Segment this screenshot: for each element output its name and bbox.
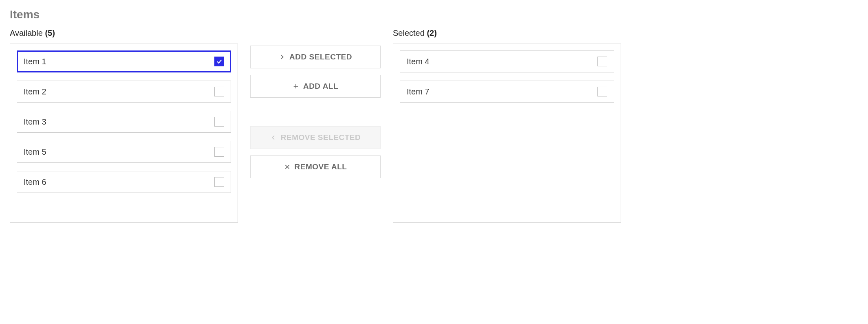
selected-label: Selected (2) [393, 28, 621, 38]
available-label: Available (5) [10, 28, 238, 38]
list-item[interactable]: Item 5 [17, 141, 231, 163]
checkbox[interactable] [214, 87, 224, 96]
checkbox[interactable] [214, 117, 224, 127]
list-item[interactable]: Item 2 [17, 81, 231, 103]
list-item-label: Item 6 [24, 177, 46, 187]
checkbox[interactable] [597, 57, 607, 66]
selected-label-text: Selected [393, 28, 425, 37]
list-item-label: Item 5 [24, 147, 46, 157]
list-item[interactable]: Item 4 [400, 50, 614, 72]
remove-all-label: Remove All [295, 162, 347, 171]
available-panel: Item 1Item 2Item 3Item 5Item 6 [10, 44, 238, 223]
checkbox[interactable] [214, 177, 224, 187]
add-all-label: Add All [303, 82, 338, 91]
dual-list-container: Available (5) Item 1Item 2Item 3Item 5It… [10, 28, 858, 223]
chevron-right-icon [279, 54, 285, 60]
checkbox[interactable] [214, 147, 224, 157]
remove-all-button[interactable]: Remove All [250, 155, 381, 178]
section-title: Items [10, 8, 858, 21]
list-item[interactable]: Item 1 [17, 50, 231, 72]
selected-count: (2) [427, 28, 436, 37]
selected-panel-wrapper: Selected (2) Item 4Item 7 [393, 28, 621, 223]
add-action-group: Add Selected Add All [250, 46, 381, 98]
add-selected-button[interactable]: Add Selected [250, 46, 381, 68]
list-item[interactable]: Item 3 [17, 111, 231, 133]
list-item-label: Item 4 [407, 57, 430, 66]
checkbox[interactable] [214, 57, 224, 66]
selected-panel: Item 4Item 7 [393, 44, 621, 223]
add-all-button[interactable]: Add All [250, 75, 381, 98]
list-item-label: Item 3 [24, 117, 46, 127]
remove-selected-label: Remove Selected [281, 133, 361, 142]
chevron-left-icon [270, 134, 277, 141]
transfer-actions: Add Selected Add All Remove Selected [250, 46, 381, 178]
remove-selected-button: Remove Selected [250, 126, 381, 149]
list-item[interactable]: Item 6 [17, 171, 231, 193]
available-panel-wrapper: Available (5) Item 1Item 2Item 3Item 5It… [10, 28, 238, 223]
available-label-text: Available [10, 28, 43, 37]
list-item-label: Item 1 [24, 57, 46, 66]
checkbox[interactable] [597, 87, 607, 96]
list-item[interactable]: Item 7 [400, 81, 614, 103]
add-selected-label: Add Selected [289, 53, 352, 61]
available-count: (5) [45, 28, 55, 37]
remove-action-group: Remove Selected Remove All [250, 126, 381, 178]
list-item-label: Item 2 [24, 87, 46, 96]
close-icon [284, 164, 291, 170]
list-item-label: Item 7 [407, 87, 430, 96]
plus-icon [293, 83, 299, 90]
